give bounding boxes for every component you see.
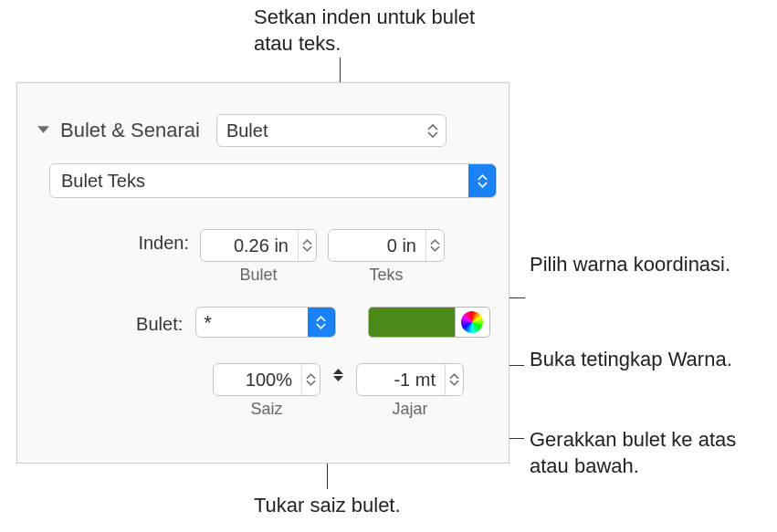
inden-label: Inden: <box>36 229 189 254</box>
inden-bullet-caption: Bulet <box>239 266 277 285</box>
stepper-value: 0.26 in <box>201 235 298 256</box>
stepper-value: 0 in <box>329 235 425 256</box>
bullet-color-swatch[interactable] <box>368 307 456 338</box>
dropdown-value: Bulet Teks <box>61 171 468 192</box>
disclosure-triangle-icon[interactable] <box>36 121 51 141</box>
inspector-panel: Bulet & Senarai Bulet Bulet Teks Inden: … <box>16 82 509 464</box>
callout-text: Buka tetingkap Warna. <box>530 347 758 373</box>
chevron-updown-icon <box>468 164 496 197</box>
stepper-arrows-icon[interactable] <box>445 364 463 395</box>
vertical-align-grip-icon <box>331 363 345 383</box>
section-title: Bulet & Senarai <box>60 119 200 142</box>
chevron-updown-icon <box>427 124 438 138</box>
callout-text: Pilih warna koordinasi. <box>530 252 758 278</box>
stepper-arrows-icon[interactable] <box>298 230 316 261</box>
callout-text: Setkan inden untuk bulet atau teks. <box>254 5 482 57</box>
callout-text: Gerakkan bulet ke atas atau bawah. <box>530 427 767 479</box>
bullet-subtype-dropdown[interactable]: Bulet Teks <box>49 163 497 198</box>
size-caption: Saiz <box>250 400 282 419</box>
list-style-dropdown[interactable]: Bulet <box>216 114 446 147</box>
bullet-size-stepper[interactable]: 100% <box>213 363 320 396</box>
chevron-updown-icon <box>308 308 335 337</box>
inden-bullet-stepper[interactable]: 0.26 in <box>200 229 317 262</box>
stepper-value: -1 mt <box>357 370 445 391</box>
bullet-align-stepper[interactable]: -1 mt <box>356 363 464 396</box>
color-wheel-icon <box>461 311 483 333</box>
stepper-value: 100% <box>214 370 301 391</box>
inden-text-stepper[interactable]: 0 in <box>328 229 445 262</box>
color-wheel-button[interactable] <box>456 307 490 338</box>
stepper-arrows-icon[interactable] <box>301 364 320 395</box>
dropdown-value: * <box>196 308 308 337</box>
dropdown-value: Bulet <box>226 120 268 141</box>
align-caption: Jajar <box>392 400 427 419</box>
stepper-arrows-icon[interactable] <box>425 230 444 261</box>
callout-text: Tukar saiz bulet. <box>254 493 482 519</box>
inden-text-caption: Teks <box>369 266 403 285</box>
bullet-label: Bulet: <box>36 310 183 335</box>
section-header: Bulet & Senarai Bulet <box>36 114 490 147</box>
bullet-glyph-dropdown[interactable]: * <box>195 307 336 338</box>
